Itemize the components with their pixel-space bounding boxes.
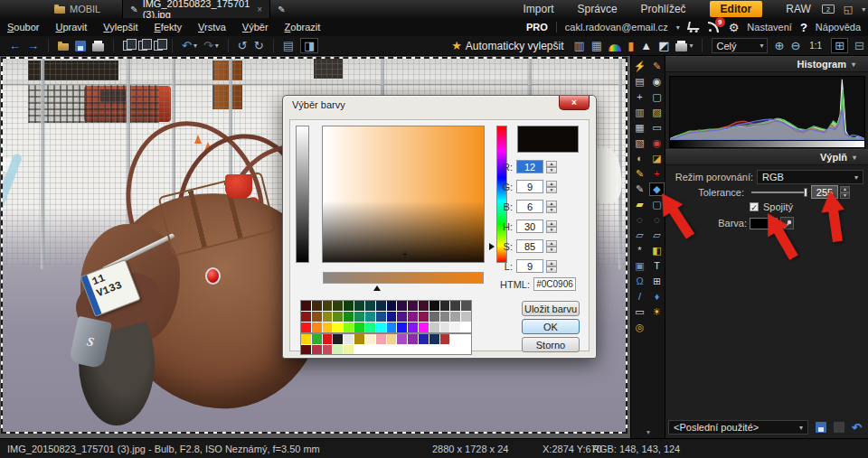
l-spinner[interactable]: ▲▼ (546, 260, 557, 273)
adjust-brush-icon[interactable]: ✎ (632, 167, 647, 181)
custom-swatch-22[interactable] (365, 345, 375, 355)
spin-up-icon[interactable]: ▲ (546, 181, 557, 187)
basic-swatch-22[interactable] (365, 312, 375, 322)
basic-swatch-29[interactable] (440, 312, 450, 322)
basic-swatch-7[interactable] (376, 301, 386, 311)
r-value-input[interactable]: 12 (516, 160, 543, 173)
updates-feed-icon[interactable]: 9 (708, 22, 721, 33)
effects-brush-icon[interactable]: ✎ (649, 60, 665, 73)
pages-view-icon[interactable]: ⊟ (854, 40, 864, 51)
basic-swatch-27[interactable] (419, 312, 429, 322)
chevron-down-icon[interactable]: ▾ (215, 42, 219, 50)
menu-vylepšit[interactable]: Vylepšit (103, 22, 137, 33)
basic-swatch-36[interactable] (344, 322, 354, 332)
s-value-input[interactable]: 85 (516, 239, 543, 253)
basic-swatch-17[interactable] (312, 312, 322, 322)
contrast-icon[interactable]: ◩ (658, 40, 669, 51)
ellipse-select-icon[interactable]: ◌ (632, 213, 647, 227)
pen-tool-icon[interactable]: ✎ (632, 182, 647, 196)
chevron-down-icon[interactable]: ▾ (689, 42, 693, 50)
save-icon[interactable] (75, 41, 86, 51)
spin-down-icon[interactable]: ▼ (546, 167, 557, 173)
account-caret-icon[interactable]: ▾ (676, 23, 680, 32)
preset-select[interactable]: <Poslední použité> ▾ (668, 420, 808, 435)
help-label[interactable]: Nápověda (816, 22, 861, 33)
cancel-button[interactable]: Storno (522, 337, 580, 352)
custom-swatch-23[interactable] (376, 345, 386, 355)
basic-swatch-42[interactable] (408, 322, 418, 332)
basic-swatch-23[interactable] (376, 312, 386, 322)
filmstrip-toggle-icon[interactable]: ▤ (283, 40, 294, 51)
eraser-icon[interactable]: ▰ (632, 198, 647, 211)
custom-swatch-29[interactable] (440, 345, 450, 355)
basic-swatch-9[interactable] (397, 301, 407, 311)
spin-down-icon[interactable]: ▼ (546, 247, 557, 253)
basic-swatch-18[interactable] (323, 312, 333, 322)
module-tab-prohlížeč[interactable]: Prohlížeč (641, 3, 686, 15)
basic-swatch-11[interactable] (419, 301, 429, 311)
dialog-title[interactable]: Výběr barvy (283, 96, 596, 116)
menu-soubor[interactable]: Soubor (7, 22, 39, 33)
menu-zobrazit[interactable]: Zobrazit (285, 22, 321, 33)
custom-swatch-21[interactable] (354, 345, 364, 355)
print-icon[interactable] (92, 41, 104, 51)
portrait-tool-icon[interactable]: ◐ (632, 152, 647, 165)
custom-swatch-9[interactable] (397, 334, 407, 344)
module-tab-import[interactable]: Import (524, 3, 554, 15)
magnifier-icon[interactable]: ◉ (649, 75, 665, 89)
menu-upravit[interactable]: Upravit (55, 22, 87, 33)
custom-swatch-14[interactable] (450, 334, 460, 344)
image-tool-icon[interactable]: ▧ (632, 136, 647, 150)
basic-swatch-14[interactable] (450, 301, 460, 311)
menu-výběr[interactable]: Výběr (242, 22, 269, 33)
open-icon[interactable] (58, 42, 69, 51)
custom-swatch-5[interactable] (354, 334, 364, 344)
blur-drop-icon[interactable]: ♦ (649, 290, 665, 304)
custom-swatch-15[interactable] (461, 334, 471, 344)
document-tab[interactable]: ✎ IMG_20150823_175701 (3).jpg × (122, 0, 270, 18)
basic-swatch-47[interactable] (461, 322, 471, 332)
resize-tool-icon[interactable]: ▦ (632, 121, 647, 135)
basic-swatch-12[interactable] (429, 301, 439, 311)
copy-icon[interactable] (123, 41, 132, 51)
custom-swatch-8[interactable] (387, 334, 397, 344)
save-preset-icon[interactable] (816, 422, 826, 433)
magic-wand-icon[interactable]: * (632, 244, 647, 257)
html-color-input[interactable]: #0C0906 (533, 277, 576, 291)
custom-swatch-16[interactable] (301, 345, 311, 355)
spin-up-icon[interactable]: ▲ (546, 161, 557, 167)
contiguous-checkbox[interactable]: ✓ (750, 202, 759, 211)
custom-swatch-3[interactable] (333, 334, 343, 344)
custom-swatch-25[interactable] (397, 345, 407, 355)
custom-swatch-17[interactable] (312, 345, 322, 355)
spin-down-icon[interactable]: ▼ (546, 187, 557, 193)
undo-icon[interactable]: ↶▾ (182, 40, 197, 51)
zoom-select-icon[interactable]: Celý▾ (712, 38, 768, 53)
canvas-tool-icon[interactable]: ▭ (649, 121, 665, 135)
paste-icon[interactable] (138, 41, 147, 51)
back-icon[interactable]: ← (9, 40, 21, 51)
spin-up-icon[interactable]: ▲ (546, 260, 557, 266)
chevron-down-icon[interactable]: ▾ (193, 42, 197, 50)
ok-button[interactable]: OK (522, 319, 580, 334)
basic-swatch-28[interactable] (429, 312, 439, 322)
basic-swatch-40[interactable] (387, 322, 397, 332)
fullscreen-caret-icon[interactable]: ▾ (862, 5, 865, 14)
basic-swatch-5[interactable] (354, 301, 364, 311)
forward-icon[interactable]: → (27, 40, 39, 51)
settings-label[interactable]: Nastavení (747, 22, 792, 33)
custom-swatch-1[interactable] (312, 334, 322, 344)
spin-up-icon[interactable]: ▲ (546, 201, 557, 207)
l-value-input[interactable]: 9 (516, 259, 543, 273)
slider-handle[interactable] (804, 188, 807, 197)
custom-swatch-2[interactable] (323, 334, 333, 344)
flare-tool-icon[interactable]: ☀ (649, 305, 665, 319)
spin-down-icon[interactable]: ▼ (546, 207, 557, 213)
spin-down-icon[interactable]: ▼ (546, 266, 557, 273)
basic-swatch-4[interactable] (344, 301, 354, 311)
white-balance-icon[interactable]: ▮ (627, 40, 634, 51)
help-icon[interactable]: ? (800, 21, 807, 34)
clone-stamp-icon[interactable]: ▣ (632, 259, 647, 273)
basic-swatch-45[interactable] (440, 322, 450, 332)
basic-swatch-31[interactable] (461, 312, 471, 322)
